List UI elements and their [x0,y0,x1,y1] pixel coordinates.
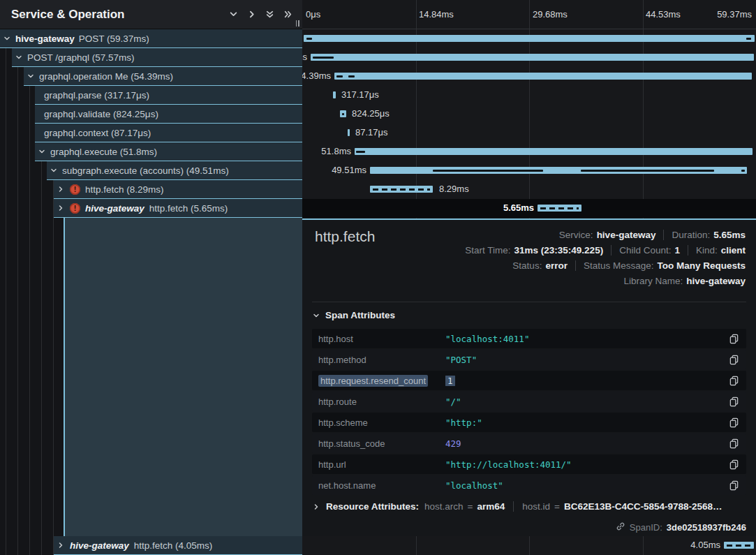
attribute-row-selected[interactable]: http.request.resend_count 1 [312,371,746,390]
ruler-tick: 14.84ms [419,9,454,20]
link-icon [616,521,625,533]
span-bar-row: 317.17μs [302,86,756,105]
attribute-key: http.method [318,355,445,365]
attribute-value: 1 [445,376,725,386]
span-bar-row: 59.37ms [302,29,756,48]
duration-label: 87.17μs [355,127,388,138]
service-name: hive-gateway [85,203,144,214]
span-bar-row: 49.51ms [302,161,756,180]
span-bar[interactable] [538,205,581,212]
chevron-right-icon[interactable] [57,204,65,212]
tree-row[interactable]: graphql.execute (51.8ms) [0,142,302,161]
span-attributes-header[interactable]: Span Attributes [312,310,746,320]
chevron-down-icon[interactable] [3,34,11,43]
attribute-row[interactable]: net.host.name "localhost" [312,475,746,495]
tree-row[interactable]: graphql.operation Me (54.39ms) [0,67,302,86]
span-label: http.fetch (8.29ms) [85,184,164,195]
error-icon [70,184,80,195]
span-bar-row: 4.05ms [302,536,756,555]
span-bar-row: 8.29ms [302,180,756,199]
selected-span-expanded-area [64,218,302,536]
attribute-row[interactable]: http.url "http://localhost:4011/" [312,454,746,474]
tree-row[interactable]: graphql.parse (317.17μs) [0,86,302,105]
span-bar[interactable] [340,110,346,117]
span-bar[interactable] [724,542,754,549]
attribute-row[interactable]: http.route "/" [312,392,746,411]
span-bar[interactable] [348,129,350,136]
duration-label: 8.29ms [439,184,469,194]
chevron-right-icon[interactable] [57,185,65,193]
tree-row-selected[interactable]: hive-gateway http.fetch (5.65ms) [0,199,302,218]
attribute-value: 429 [445,438,725,449]
attribute-key: http.scheme [318,417,445,428]
chevron-down-icon[interactable] [15,53,23,61]
service-name: hive-gateway [70,540,129,551]
attribute-key: http.route [318,397,445,407]
attribute-value: "POST" [445,355,725,365]
span-bar[interactable] [334,73,752,80]
ruler-tick: 59.37ms [717,9,752,20]
copy-icon[interactable] [725,480,739,491]
copy-icon[interactable] [725,376,739,386]
meta-duration: Duration:5.65ms [663,230,746,240]
span-bar[interactable] [370,167,747,174]
resource-attributes-row[interactable]: Resource Attributes: host.arch=arm64 hos… [312,501,746,512]
error-icon [70,203,80,214]
duration-label: 317.17μs [341,89,379,100]
trace-viewer: 0μs 14.84ms 29.68ms 44.53ms 59.37ms 59.3… [0,0,756,555]
chevron-down-icon[interactable] [38,147,46,156]
tree-row-root[interactable]: hive-gateway POST (59.37ms) [0,29,302,48]
chevron-right-icon[interactable] [57,541,65,549]
tree-header-title: Service & Operation [11,8,224,22]
meta-kind: Kind:client [688,245,746,256]
chevron-down-icon[interactable] [50,166,58,175]
section-title: Span Attributes [325,310,395,320]
span-bar[interactable] [370,186,433,193]
tree-row[interactable]: hive-gateway http.fetch (4.05ms) [0,536,302,555]
meta-child-count: Child Count:1 [611,245,680,256]
tree-row[interactable]: graphql.validate (824.25μs) [0,105,302,124]
attribute-key: http.host [318,334,445,344]
duration-label: 4.05ms [690,540,720,550]
attribute-row[interactable]: http.host "localhost:4011" [312,329,746,348]
indent-guide [53,180,54,555]
span-id-value: 3de02518937fb246 [667,522,746,533]
tree-row[interactable]: subgraph.execute (accounts) (49.51ms) [0,161,302,180]
ruler-tick: 0μs [306,9,320,20]
chevron-down-icon[interactable] [27,72,35,80]
chevron-right-icon[interactable] [242,6,260,24]
copy-icon[interactable] [725,334,739,344]
span-bar[interactable] [304,35,755,42]
attribute-row[interactable]: http.method "POST" [312,350,746,369]
copy-icon[interactable] [725,459,739,470]
copy-icon[interactable] [725,417,739,428]
copy-icon[interactable] [725,355,739,365]
chevron-down-icon[interactable] [224,6,242,24]
attribute-key: http.url [318,459,445,470]
tree-row[interactable]: POST /graphql (57.57ms) [0,48,302,67]
span-label: graphql.context (87.17μs) [44,128,151,138]
span-bar[interactable] [333,91,336,98]
double-chevron-down-icon[interactable] [260,6,279,24]
ruler-tick: 44.53ms [646,9,681,20]
span-bar-row: 824.25μs [302,105,756,124]
tree-row[interactable]: graphql.context (87.17μs) [0,124,302,142]
span-label: POST /graphql (57.57ms) [27,52,135,63]
copy-icon[interactable] [725,397,739,407]
span-id-label: SpanID: [630,522,662,533]
duration-label: 54.39ms [302,71,331,81]
span-label: subgraph.execute (accounts) (49.51ms) [62,165,229,176]
duration-label: 57.57ms [302,52,307,62]
span-detail-panel: http.fetch Service:hive-gateway Duration… [302,219,756,536]
span-label: http.fetch (4.05ms) [134,540,213,551]
span-bar[interactable] [355,148,753,155]
span-bar[interactable] [311,54,754,61]
copy-icon[interactable] [725,438,739,449]
panel-resize-handle[interactable] [294,19,301,27]
tree-row[interactable]: http.fetch (8.29ms) [0,180,302,199]
span-bar-row-selected[interactable]: 5.65ms [302,199,756,218]
span-id-row[interactable]: SpanID: 3de02518937fb246 [616,521,746,533]
duration-label: 49.51ms [332,165,366,175]
attribute-row[interactable]: http.scheme "http:" [312,413,746,432]
attribute-row[interactable]: http.status_code 429 [312,434,746,453]
